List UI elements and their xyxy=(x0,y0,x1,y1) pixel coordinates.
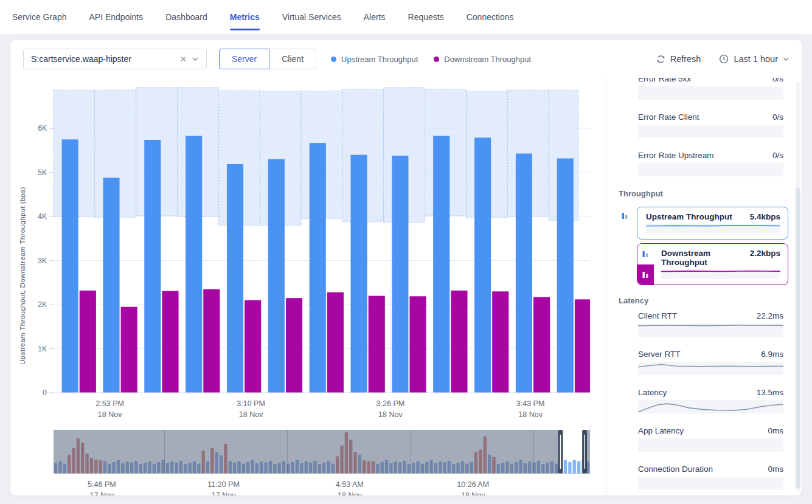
clear-icon[interactable]: ✕ xyxy=(180,55,187,64)
nav-tab-api-endpoints[interactable]: API Endpoints xyxy=(89,12,143,22)
clock-icon xyxy=(719,54,729,64)
svg-text:5:46 PM: 5:46 PM xyxy=(88,480,116,489)
nav-tab-alerts[interactable]: Alerts xyxy=(364,12,386,22)
metric-value: 5.4kbps xyxy=(750,212,780,221)
sparkline xyxy=(638,362,783,375)
metric-sparkline-area xyxy=(638,362,783,375)
svg-text:1K: 1K xyxy=(38,345,47,353)
legend-item-downstream-throughput[interactable]: Downstream Throughput xyxy=(434,55,531,64)
refresh-button[interactable]: Refresh xyxy=(656,54,701,64)
svg-text:18 Nov: 18 Nov xyxy=(378,410,403,419)
metric-label: Error Rate 5xx xyxy=(638,78,691,83)
throughput-row-upstream-throughput: Upstream Throughput5.4kbps xyxy=(617,207,788,240)
metric-row-app-latency[interactable]: App Latency0ms xyxy=(638,426,783,452)
svg-text:18 Nov: 18 Nov xyxy=(239,410,263,419)
svg-text:18 Nov: 18 Nov xyxy=(518,410,543,419)
metric-row-client-rtt[interactable]: Client RTT22.2ms xyxy=(638,311,783,337)
scrollbar-thumb[interactable] xyxy=(796,188,800,488)
timeline-brush-chart[interactable]: 5:46 PM17 Nov11:20 PM17 Nov4:53 AM18 Nov… xyxy=(20,430,595,495)
refresh-icon xyxy=(656,55,665,64)
chart-column: Upstream Throughput, Downstream Throughp… xyxy=(10,78,606,495)
metric-value: 0/s xyxy=(772,112,783,122)
svg-text:18 Nov: 18 Nov xyxy=(461,491,485,495)
chart-type-button[interactable] xyxy=(617,208,632,223)
metric-label: App Latency xyxy=(638,426,684,435)
metric-value: 13.5ms xyxy=(757,388,783,397)
svg-text:18 Nov: 18 Nov xyxy=(98,410,122,419)
legend-label: Downstream Throughput xyxy=(444,55,531,64)
metric-row-server-rtt[interactable]: Server RTT6.9ms xyxy=(638,350,783,375)
panel-content: Upstream Throughput, Downstream Throughp… xyxy=(10,78,802,495)
y-axis-title: Upstream Throughput, Downstream Throughp… xyxy=(19,148,27,404)
bar-chart-icon xyxy=(621,212,629,219)
metric-label: Latency xyxy=(638,388,667,397)
nav-tab-service-graph[interactable]: Service Graph xyxy=(12,12,66,22)
service-select[interactable]: S:cartservice.waap-hipster ✕ xyxy=(23,49,207,69)
main-throughput-chart[interactable]: 01K2K3K4K5K6K2:53 PM18 Nov3:10 PM18 Nov3… xyxy=(20,85,595,424)
bar-chart-icon xyxy=(642,271,650,278)
legend-label: Upstream Throughput xyxy=(341,55,418,64)
metric-row-error-rate-upstream[interactable]: Error Rate Upstream0/s xyxy=(638,151,783,176)
metric-label: Error Rate Upstream xyxy=(638,151,714,160)
metric-card-upstream-throughput[interactable]: Upstream Throughput5.4kbps xyxy=(637,207,788,240)
time-range-label: Last 1 hour xyxy=(734,54,778,64)
legend-dot xyxy=(434,57,439,62)
svg-text:2:53 PM: 2:53 PM xyxy=(95,399,124,408)
client-tab[interactable]: Client xyxy=(269,49,316,69)
brush-handle-left[interactable] xyxy=(558,430,563,474)
svg-text:4K: 4K xyxy=(38,212,47,221)
svg-text:6K: 6K xyxy=(38,124,47,133)
sparkline xyxy=(646,224,780,233)
nav-tab-dashboard[interactable]: Dashboard xyxy=(165,12,207,22)
nav-tab-connections[interactable]: Connections xyxy=(467,12,514,22)
top-navigation: Service GraphAPI EndpointsDashboardMetri… xyxy=(0,0,812,34)
chevron-down-icon xyxy=(783,57,789,61)
legend-dot xyxy=(331,57,336,62)
metric-sparkline-area xyxy=(646,224,780,233)
server-tab[interactable]: Server xyxy=(219,49,269,69)
service-select-value: S:cartservice.waap-hipster xyxy=(31,54,175,64)
bar-chart-icon xyxy=(642,250,650,258)
metric-card-downstream-throughput[interactable]: Downstream Throughput2.2kbps xyxy=(637,243,788,285)
metric-value: 0/s xyxy=(772,151,783,160)
svg-text:2K: 2K xyxy=(38,300,47,309)
metric-sparkline-area xyxy=(661,269,780,279)
svg-text:0: 0 xyxy=(43,388,47,397)
nav-tab-requests[interactable]: Requests xyxy=(408,12,444,22)
chart-type-button-active[interactable] xyxy=(637,264,654,285)
svg-text:17 Nov: 17 Nov xyxy=(90,491,114,495)
metric-row-latency[interactable]: Latency13.5ms xyxy=(638,388,783,413)
metric-sparkline-area xyxy=(638,477,783,490)
metric-sparkline-area xyxy=(638,438,783,452)
metric-label: Server RTT xyxy=(638,350,681,359)
metrics-panel: S:cartservice.waap-hipster ✕ Server Clie… xyxy=(10,40,802,495)
chart-type-strip xyxy=(637,244,654,285)
refresh-label: Refresh xyxy=(670,54,701,64)
svg-text:10:26 AM: 10:26 AM xyxy=(457,480,489,489)
nav-tab-metrics[interactable]: Metrics xyxy=(230,12,260,22)
nav-tab-virtual-services[interactable]: Virtual Services xyxy=(282,12,341,22)
metric-row-error-rate-5xx[interactable]: Error Rate 5xx0/s xyxy=(638,78,783,100)
metric-label: Upstream Throughput xyxy=(646,212,732,221)
chart-type-button[interactable] xyxy=(637,244,654,264)
metric-value: 0/s xyxy=(772,78,783,83)
metric-value: 6.9ms xyxy=(761,350,783,359)
metric-sparkline-area xyxy=(638,323,783,337)
svg-text:17 Nov: 17 Nov xyxy=(212,491,236,495)
brush-handle-right[interactable] xyxy=(582,430,587,474)
svg-text:3:43 PM: 3:43 PM xyxy=(516,399,545,408)
metric-label: Downstream Throughput xyxy=(661,249,750,267)
svg-text:3K: 3K xyxy=(38,257,47,265)
section-heading-throughput: Throughput xyxy=(619,189,783,198)
metric-value: 22.2ms xyxy=(757,311,783,320)
svg-text:18 Nov: 18 Nov xyxy=(338,491,362,495)
svg-text:5K: 5K xyxy=(38,168,47,177)
svg-text:4:53 AM: 4:53 AM xyxy=(336,480,364,489)
chart-legend: Upstream ThroughputDownstream Throughput xyxy=(331,55,531,64)
metric-row-connection-duration[interactable]: Connection Duration0ms xyxy=(638,464,783,490)
legend-item-upstream-throughput[interactable]: Upstream Throughput xyxy=(331,55,418,64)
chevron-down-icon[interactable] xyxy=(192,57,199,61)
metric-row-error-rate-client[interactable]: Error Rate Client0/s xyxy=(638,112,783,138)
metric-sparkline-area xyxy=(638,86,783,100)
time-range-select[interactable]: Last 1 hour xyxy=(719,54,789,64)
